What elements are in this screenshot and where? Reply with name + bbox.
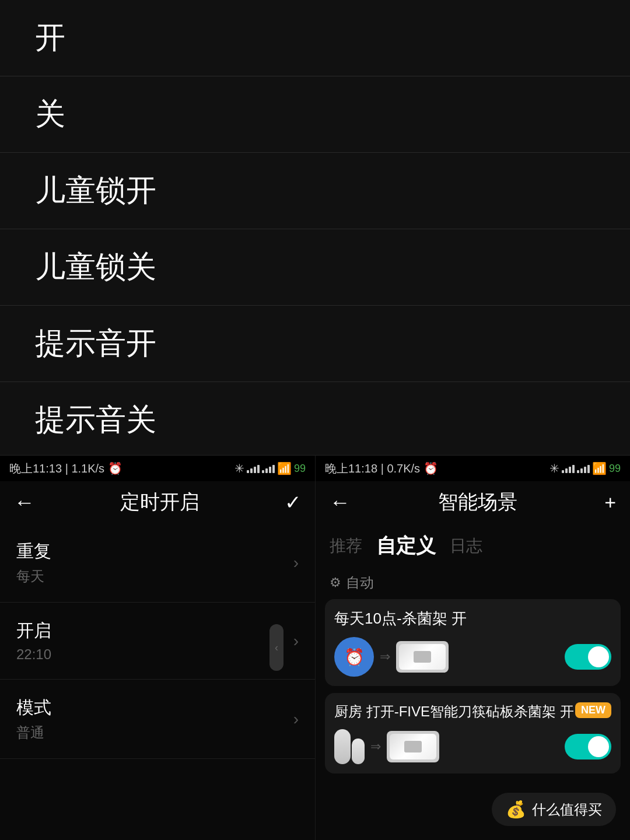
menu-item-childlock-off-label: 儿童锁关 [35,247,156,288]
setting-row-time[interactable]: 开启 22:10 › [0,603,315,680]
top-menu-panel: 开 关 儿童锁开 儿童锁关 提示音开 提示音关 [0,0,630,455]
device-pair-icon [334,729,365,764]
back-button[interactable]: ← [14,490,35,514]
new-badge: NEW [575,702,611,718]
chevron-right-icon-2: › [293,632,299,650]
left-status-bar: 晚上11:13 | 1.1K/s ⏰ ✳ [0,456,315,481]
setting-row-repeat[interactable]: 重复 每天 › [0,523,315,603]
auto-mode-row: ⚙ 自动 [316,569,630,599]
arrow-icon-2: ⇒ [370,739,381,754]
confirm-button[interactable]: ✓ [285,491,301,514]
menu-item-sound-on-label: 提示音开 [35,323,156,364]
watermark-icon: 💰 [506,800,526,819]
right-status-time: 晚上11:18 | 0.7K/s ⏰ [325,461,438,477]
signal-icon [247,464,260,473]
device-image-1 [399,644,446,670]
watermark-text: 什么值得买 [532,800,602,819]
menu-item-childlock-off[interactable]: 儿童锁关 [0,229,630,306]
menu-item-sound-on[interactable]: 提示音开 [0,306,630,382]
right-nav-bar: ← 智能场景 + [316,481,630,523]
device-rect-2 [387,731,439,762]
timer-device-icon: ⏰ [334,637,374,677]
scene-card-2-title: 厨房 打开-FIVE智能刀筷砧板杀菌架 开 [334,702,611,721]
settings-list: 重复 每天 › 开启 22:10 › 模式 普通 › [0,523,315,840]
menu-item-sound-off-label: 提示音关 [35,400,156,440]
setting-repeat-value: 每天 [16,567,51,586]
right-status-icons: ✳ 📶 99 [550,461,621,475]
left-panel-timer: 晚上11:13 | 1.1K/s ⏰ ✳ [0,455,315,840]
left-status-time: 晚上11:13 | 1.1K/s ⏰ [9,461,123,477]
left-nav-bar: ← 定时开启 ✓ [0,481,315,523]
panel-drag-handle[interactable]: ‹ [268,455,285,840]
scene-tabs: 推荐 自定义 日志 [316,523,630,569]
device-icons-2: ⇒ [334,729,439,764]
device-image-2 [390,734,436,760]
scene-toggle-1[interactable] [565,644,611,670]
device-short-icon [352,738,365,764]
drag-pill: ‹ [270,624,284,671]
setting-mode-value: 普通 [16,723,51,742]
left-nav-title: 定时开启 [120,489,200,516]
device-rect-1 [396,641,449,673]
right-back-button[interactable]: ← [330,490,351,514]
auto-icon: ⚙ [330,575,341,590]
menu-item-childlock-on-label: 儿童锁开 [35,170,156,211]
right-panel-scenes: 晚上11:18 | 0.7K/s ⏰ ✳ [315,455,630,840]
right-signal-icon [562,464,575,473]
add-scene-button[interactable]: + [604,491,616,514]
scene-card-2[interactable]: 厨房 打开-FIVE智能刀筷砧板杀菌架 开 NEW ⇒ [325,693,621,774]
scene-toggle-2[interactable] [565,734,611,760]
setting-mode-left: 模式 普通 [16,696,51,742]
menu-item-on[interactable]: 开 [0,0,630,76]
chevron-right-icon-3: › [293,710,299,729]
right-status-bar: 晚上11:18 | 0.7K/s ⏰ ✳ [316,456,630,481]
right-nav-title: 智能场景 [438,489,517,516]
menu-item-childlock-on[interactable]: 儿童锁开 [0,153,630,229]
scene-card-2-devices: ⇒ [334,729,611,764]
menu-item-off-label: 关 [35,94,65,135]
scene-card-1-devices: ⏰ ⇒ [334,637,611,677]
tab-log[interactable]: 日志 [450,533,482,559]
menu-item-sound-off[interactable]: 提示音关 [0,382,630,458]
right-signal-icon-2 [577,464,590,473]
setting-time-value: 22:10 [16,646,51,663]
device-tall-icon [334,729,351,764]
setting-repeat-left: 重复 每天 [16,540,51,586]
bottom-panels: 晚上11:13 | 1.1K/s ⏰ ✳ [0,455,630,840]
auto-label: 自动 [346,573,374,592]
watermark: 💰 什么值得买 [492,793,616,826]
setting-repeat-label: 重复 [16,540,51,564]
scene-card-1[interactable]: 每天10点-杀菌架 开 ⏰ ⇒ [325,599,621,686]
tab-recommend[interactable]: 推荐 [330,533,362,559]
arrow-icon: ⇒ [380,649,390,664]
chevron-right-icon: › [293,554,299,572]
setting-mode-label: 模式 [16,696,51,720]
setting-row-mode[interactable]: 模式 普通 › [0,680,315,759]
menu-item-off[interactable]: 关 [0,76,630,153]
device-icons-1: ⏰ ⇒ [334,637,449,677]
setting-time-label: 开启 [16,619,51,643]
setting-time-left: 开启 22:10 [16,619,51,663]
menu-item-on-label: 开 [35,18,65,58]
scene-card-1-title: 每天10点-杀菌架 开 [334,608,611,629]
tab-custom[interactable]: 自定义 [376,530,436,562]
